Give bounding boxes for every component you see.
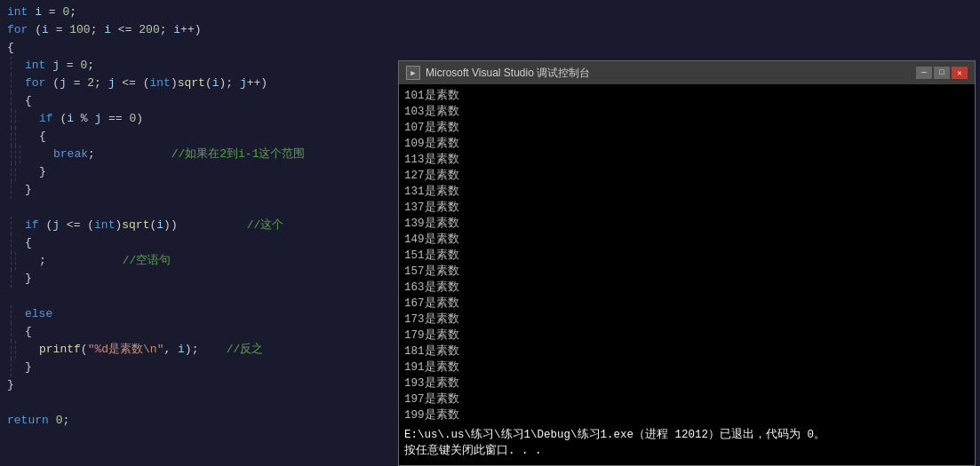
code-line: printf ( "%d是素数\n" , i ); //反之 [7,341,402,359]
minimize-button[interactable]: ─ [916,67,932,79]
console-output-line: 199是素数 [404,407,969,423]
console-output-line: 139是素数 [404,216,969,232]
console-output-line: 193是素数 [404,375,969,391]
console-close-message: 按任意键关闭此窗口. . . [404,443,969,459]
console-output-line: 167是素数 [404,296,969,312]
code-line: int i = 0 ; [7,4,402,21]
code-line: } [7,163,402,181]
code-line: { [7,39,402,57]
console-output-line: 131是素数 [404,184,969,200]
code-line: { [7,234,402,252]
code-line: ; //空语句 [7,252,402,270]
code-line: if ( j <= ( int ) sqrt ( i )) //这个 [7,217,402,234]
console-output-line: 113是素数 [404,152,969,168]
console-body: 101是素数 103是素数 107是素数 109是素数 113是素数 127是素… [399,84,975,465]
code-line: { [7,128,402,146]
code-line [7,288,402,305]
console-output-line: 103是素数 [404,104,969,120]
console-output-line: 127是素数 [404,168,969,184]
console-output-line: 181是素数 [404,344,969,359]
code-line [7,199,402,217]
console-title: Microsoft Visual Studio 调试控制台 [426,66,911,81]
code-line: for ( j = 2 ; j <= ( int ) sqrt ( i ); j… [7,75,402,92]
console-output-line: 109是素数 [404,136,969,152]
code-editor: int i = 0 ; for ( i = 100 ; i <= 200 ; i… [0,0,980,466]
code-line: break ; //如果在2到i-1这个范围 [7,146,402,163]
console-output-line: 151是素数 [404,248,969,264]
code-line: else [7,305,402,323]
code-line: for ( i = 100 ; i <= 200 ; i ++) [7,21,402,39]
console-window: ▶ Microsoft Visual Studio 调试控制台 ─ □ ✕ 10… [398,60,976,466]
code-line: } [7,376,402,394]
code-line: int j = 0 ; [7,57,402,75]
maximize-button[interactable]: □ [934,67,950,79]
console-output-line: 163是素数 [404,280,969,296]
code-line: { [7,92,402,110]
code-line: } [7,359,402,376]
code-area: int i = 0 ; for ( i = 100 ; i <= 200 ; i… [0,0,409,466]
console-output-line: 197是素数 [404,391,969,407]
code-line [7,394,402,412]
console-icon: ▶ [406,66,420,80]
code-line: } [7,181,402,199]
console-output-line: 179是素数 [404,328,969,344]
console-output-line: 173是素数 [404,312,969,328]
close-button[interactable]: ✕ [952,67,968,79]
code-line: } [7,270,402,288]
console-output-line: 137是素数 [404,200,969,216]
console-output-line: 101是素数 [404,88,969,104]
console-output-line: 107是素数 [404,120,969,136]
code-line: return 0 ; [7,412,402,430]
code-line: { [7,323,402,341]
console-output-line: 149是素数 [404,232,969,248]
console-output-line: 157是素数 [404,264,969,280]
console-titlebar: ▶ Microsoft Visual Studio 调试控制台 ─ □ ✕ [399,61,975,84]
console-controls: ─ □ ✕ [916,67,968,79]
code-line: if ( i % j == 0 ) [7,110,402,128]
console-output-line: 191是素数 [404,359,969,375]
console-exit-message: E:\us\.us\练习\练习1\Debug\练习1.exe（进程 12012）… [404,427,969,443]
keyword: int [7,4,28,21]
